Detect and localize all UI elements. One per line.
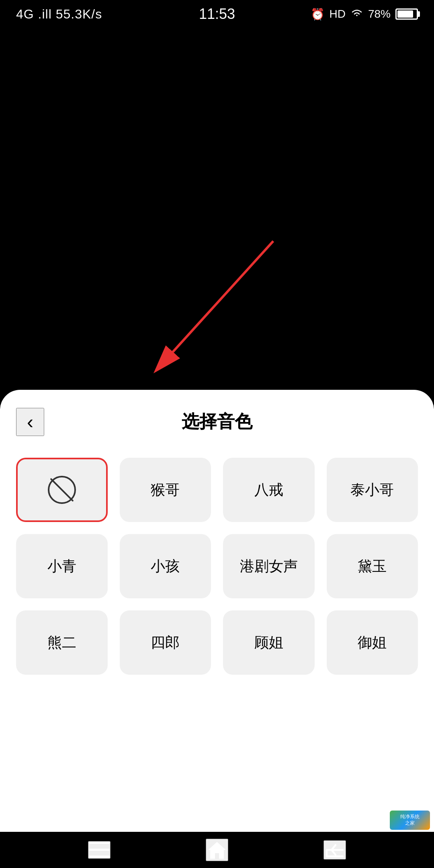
voice-option-xiaoqing[interactable]: 小青 bbox=[16, 534, 108, 598]
voice-label-daiyu: 黛玉 bbox=[358, 557, 387, 576]
voice-option-xiaohao[interactable]: 小孩 bbox=[120, 534, 211, 598]
voice-option-xionger[interactable]: 熊二 bbox=[16, 610, 108, 675]
voice-options-grid: 猴哥 八戒 泰小哥 小青 小孩 港剧女声 黛玉 熊二 四郎 顾姐 bbox=[16, 450, 418, 683]
voice-label-gujie: 顾姐 bbox=[254, 633, 283, 653]
svg-rect-3 bbox=[89, 849, 110, 851]
voice-option-bajie[interactable]: 八戒 bbox=[223, 458, 315, 522]
nav-bar bbox=[0, 832, 434, 868]
watermark-text: 纯净系统之家 bbox=[399, 813, 420, 827]
watermark: 纯净系统之家 bbox=[390, 811, 430, 830]
voice-label-monkey: 猴哥 bbox=[151, 480, 180, 500]
hd-label: HD bbox=[330, 8, 346, 20]
battery-icon bbox=[395, 8, 418, 20]
voice-label-bajie: 八戒 bbox=[254, 480, 283, 500]
svg-rect-2 bbox=[89, 842, 110, 844]
voice-option-yujie[interactable]: 御姐 bbox=[327, 610, 418, 675]
voice-option-gangjv[interactable]: 港剧女声 bbox=[223, 534, 315, 598]
wifi-icon bbox=[350, 7, 363, 21]
none-icon bbox=[48, 476, 76, 504]
bottom-panel: ‹ 选择音色 猴哥 八戒 泰小哥 小青 小孩 港剧女声 黛玉 bbox=[0, 390, 434, 832]
voice-label-silang: 四郎 bbox=[151, 633, 180, 653]
voice-label-xiaohao: 小孩 bbox=[151, 557, 180, 576]
voice-option-daiyu[interactable]: 黛玉 bbox=[327, 534, 418, 598]
status-bar: 4G .ill 55.3K/s 11:53 ⏰ HD 78% bbox=[0, 0, 434, 28]
nav-menu-button[interactable] bbox=[88, 841, 111, 859]
status-left-info: 4G .ill 55.3K/s bbox=[16, 7, 102, 22]
voice-label-taige: 泰小哥 bbox=[350, 480, 394, 500]
voice-option-none[interactable] bbox=[16, 458, 108, 522]
voice-option-taige[interactable]: 泰小哥 bbox=[327, 458, 418, 522]
panel-header: ‹ 选择音色 bbox=[16, 390, 418, 450]
voice-option-silang[interactable]: 四郎 bbox=[120, 610, 211, 675]
nav-back-button[interactable] bbox=[323, 840, 346, 860]
voice-option-monkey[interactable]: 猴哥 bbox=[120, 458, 211, 522]
voice-label-gangjv: 港剧女声 bbox=[240, 557, 298, 576]
svg-rect-4 bbox=[89, 856, 110, 858]
video-area bbox=[0, 28, 434, 390]
panel-title: 选择音色 bbox=[182, 410, 252, 434]
battery-percent: 78% bbox=[368, 8, 391, 20]
back-button[interactable]: ‹ bbox=[16, 408, 44, 436]
voice-label-xionger: 熊二 bbox=[47, 633, 76, 653]
status-time: 11:53 bbox=[199, 6, 235, 23]
voice-option-gujie[interactable]: 顾姐 bbox=[223, 610, 315, 675]
voice-label-xiaoqing: 小青 bbox=[47, 557, 76, 576]
nav-home-button[interactable] bbox=[206, 839, 228, 861]
alarm-icon: ⏰ bbox=[311, 8, 325, 21]
voice-label-yujie: 御姐 bbox=[358, 633, 387, 653]
status-right-info: ⏰ HD 78% bbox=[311, 7, 418, 21]
